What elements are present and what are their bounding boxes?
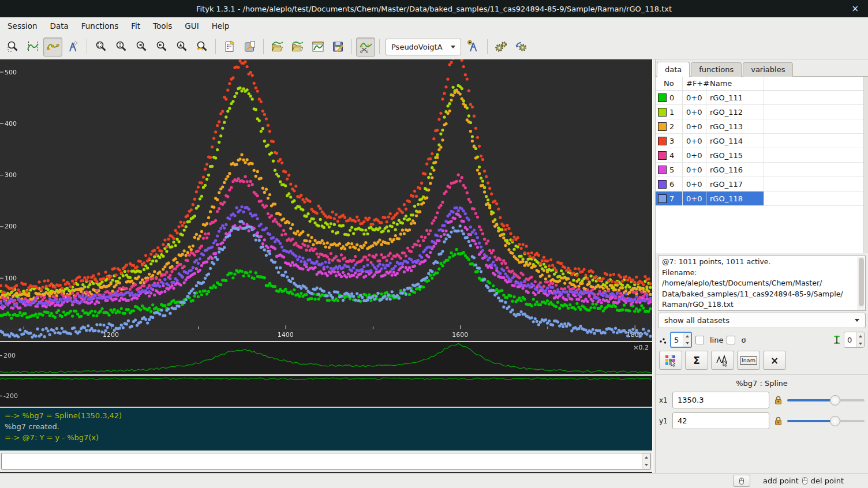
y1-slider[interactable] xyxy=(787,416,865,426)
zoom-mode-button[interactable] xyxy=(3,37,22,57)
info-scrollbar[interactable] xyxy=(858,257,865,310)
toolbar-separator xyxy=(87,39,87,54)
arrow-down-icon xyxy=(645,464,648,466)
execute-script-icon xyxy=(243,40,257,54)
dataset-info-box: @7: 1011 points, 1011 active.Filename: /… xyxy=(658,256,866,311)
data-editor-button[interactable] xyxy=(328,37,347,57)
y1-input[interactable] xyxy=(672,412,769,429)
dataset-table-scrollbar[interactable] xyxy=(863,77,868,253)
undo-fit-button[interactable] xyxy=(512,37,531,57)
dataset-color-swatch[interactable] xyxy=(658,93,667,102)
dataset-row-rGO_118[interactable]: 70+0rGO_118 xyxy=(656,192,868,206)
toolbar-separator xyxy=(379,39,380,54)
baseline-mode-button[interactable] xyxy=(43,37,62,57)
tab-functions[interactable]: functions xyxy=(691,62,742,77)
close-button[interactable]: × xyxy=(848,0,862,17)
menu-item-gui[interactable]: GUI xyxy=(178,18,205,33)
lock-icon[interactable] xyxy=(773,395,783,405)
dataset-name-cell: rGO_111 xyxy=(706,91,764,104)
toolbar: PseudoVoigtA xyxy=(0,35,868,59)
sum-datasets-button[interactable]: Σ xyxy=(685,351,708,370)
load-data-button[interactable] xyxy=(268,37,287,57)
slider-track[interactable] xyxy=(787,399,865,401)
dataset-filler-cell xyxy=(764,119,868,133)
menu-item-tools[interactable]: Tools xyxy=(147,18,178,33)
function-type-combobox[interactable]: PseudoVoigtA xyxy=(386,39,461,55)
zoom-mode-icon xyxy=(6,40,20,54)
dataset-row-rGO_111[interactable]: 00+0rGO_111 xyxy=(656,91,868,105)
dataset-no-cell: 7 xyxy=(656,192,683,205)
strip-background-button[interactable] xyxy=(356,37,375,57)
dataset-row-rGO_113[interactable]: 20+0rGO_113 xyxy=(656,119,868,134)
slider-knob[interactable] xyxy=(830,395,840,406)
spinner-arrows[interactable] xyxy=(683,333,691,347)
zoom-left-button[interactable] xyxy=(132,37,151,57)
add-point-hint: add point xyxy=(763,476,799,485)
point-size-spinner[interactable]: 5 xyxy=(670,332,692,348)
data-fullview-button[interactable] xyxy=(308,37,327,57)
dataset-color-swatch[interactable] xyxy=(658,122,667,131)
script-editor-button[interactable] xyxy=(220,37,239,57)
add-peak-mode-button[interactable] xyxy=(63,37,83,57)
menu-item-fit[interactable]: Fit xyxy=(125,18,147,33)
info-line: Data/baked_samples/11_cas924894-85-9/Sam… xyxy=(662,289,856,300)
dataset-color-swatch[interactable] xyxy=(658,151,667,160)
aux-plot-2-canvas[interactable] xyxy=(0,376,652,407)
load-data-custom-button[interactable] xyxy=(288,37,307,57)
rename-dataset-button[interactable]: Inam xyxy=(737,351,760,370)
x1-input[interactable] xyxy=(672,392,769,408)
menu-item-functions[interactable]: Functions xyxy=(75,18,125,33)
execute-script-button[interactable] xyxy=(240,37,259,57)
tab-variables[interactable]: variables xyxy=(743,62,793,77)
dataset-color-swatch[interactable] xyxy=(658,137,667,145)
dataset-color-swatch[interactable] xyxy=(658,194,667,203)
zoom-vertical-button[interactable] xyxy=(111,37,130,57)
line-checkbox-label: line xyxy=(710,336,723,344)
baseline-mode-icon xyxy=(46,40,60,54)
edit-functions-button[interactable] xyxy=(711,351,734,370)
sigma-checkbox[interactable] xyxy=(727,336,735,344)
data-range-mode-button[interactable] xyxy=(23,37,42,57)
spinner-arrows[interactable] xyxy=(856,332,864,347)
fityk-window: Fityk 1.3.1 - /home/aleplo/test/Document… xyxy=(0,0,868,488)
dataset-row-rGO_115[interactable]: 40+0rGO_115 xyxy=(656,148,868,163)
info-scrollbar-thumb[interactable] xyxy=(859,258,864,306)
tab-data[interactable]: data xyxy=(657,62,690,77)
show-datasets-dropdown[interactable]: show all datasets xyxy=(658,313,866,328)
x1-slider[interactable] xyxy=(787,395,865,406)
dataset-color-swatch[interactable] xyxy=(658,166,667,174)
dataset-color-swatch[interactable] xyxy=(658,180,667,189)
main-plot-canvas[interactable] xyxy=(0,59,652,341)
data-shift-spinner[interactable]: 0 xyxy=(844,332,865,348)
run-fit-button[interactable] xyxy=(492,37,511,57)
delete-dataset-button[interactable]: × xyxy=(763,351,786,370)
chevron-down-icon xyxy=(855,319,859,322)
dataset-no-cell: 0 xyxy=(656,91,683,104)
zoom-all-button[interactable] xyxy=(91,37,110,57)
dataset-row-rGO_112[interactable]: 10+0rGO_112 xyxy=(656,105,868,119)
dataset-row-rGO_116[interactable]: 50+0rGO_116 xyxy=(656,163,868,177)
title-bar: Fityk 1.3.1 - /home/aleplo/test/Document… xyxy=(0,0,868,17)
slider-track[interactable] xyxy=(787,420,865,422)
zoom-previous-button[interactable] xyxy=(192,37,211,57)
lock-icon[interactable] xyxy=(773,416,783,426)
menu-item-help[interactable]: Help xyxy=(205,18,236,33)
aux-plot-1-canvas[interactable] xyxy=(0,342,652,374)
dataset-color-swatch[interactable] xyxy=(658,108,667,117)
zoom-up-button[interactable] xyxy=(172,37,191,57)
history-up-button[interactable] xyxy=(642,453,650,461)
script-editor-icon xyxy=(223,40,237,54)
dataset-row-rGO_117[interactable]: 60+0rGO_117 xyxy=(656,177,868,192)
command-input[interactable] xyxy=(2,453,642,469)
mouse-hint-button[interactable] xyxy=(733,475,750,487)
dataset-colors-button[interactable] xyxy=(659,351,682,370)
line-checkbox[interactable] xyxy=(695,336,704,344)
dataset-row-rGO_114[interactable]: 30+0rGO_114 xyxy=(656,134,868,148)
menu-item-data[interactable]: Data xyxy=(44,18,75,33)
slider-knob[interactable] xyxy=(830,416,840,426)
history-down-button[interactable] xyxy=(642,461,650,470)
undo-fit-icon xyxy=(514,40,528,54)
menu-item-session[interactable]: Session xyxy=(1,18,44,33)
zoom-right-button[interactable] xyxy=(152,37,171,57)
auto-add-peak-button[interactable] xyxy=(464,37,483,57)
